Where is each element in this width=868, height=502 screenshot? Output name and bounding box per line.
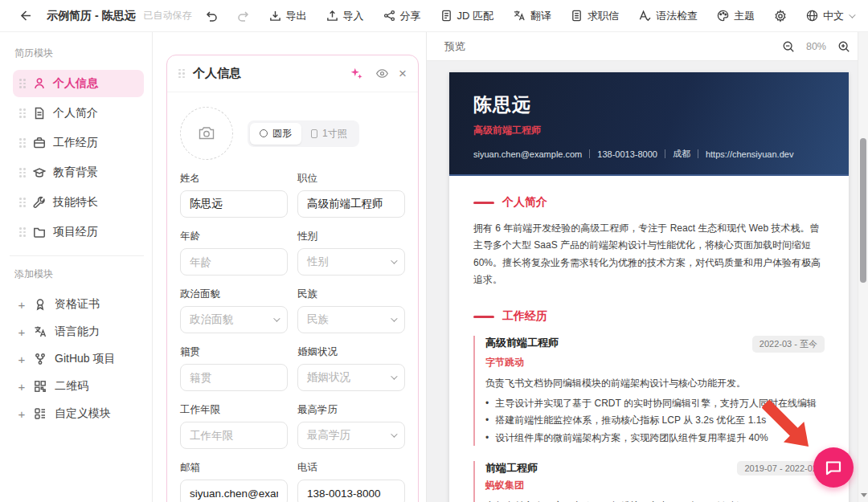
add-module-custom[interactable]: + 自定义模块 (13, 400, 144, 427)
job-company: 蚂蚁集团 (485, 479, 825, 492)
chevron-down-icon (391, 257, 397, 263)
field-label-hometown: 籍贯 (180, 345, 288, 359)
resume-contacts: siyuan.chen@example.com 138-0013-8000 成都… (473, 148, 825, 160)
plus-icon: + (18, 353, 26, 366)
work-section-header: 工作经历 (473, 309, 825, 324)
political-status-select[interactable]: 政治面貌 (180, 306, 288, 333)
wrench-icon (33, 196, 46, 209)
gender-select[interactable]: 性别 (297, 248, 405, 275)
field-label-political: 政治面貌 (180, 288, 288, 301)
import-button[interactable]: 导入 (326, 9, 364, 23)
avatar-shape-toggle: 圆形 1寸照 (248, 120, 359, 147)
preview-canvas: 陈思远 高级前端工程师 siyuan.chen@example.com 138-… (427, 61, 868, 502)
summary-section-header: 个人简介 (473, 195, 825, 210)
add-module-github[interactable]: + GitHub 项目 (13, 345, 144, 373)
redo-button[interactable] (237, 10, 250, 22)
sidebar-item-work-experience[interactable]: 工作经历 (13, 129, 144, 157)
sidebar-item-summary[interactable]: 个人简介 (13, 100, 144, 127)
name-input[interactable] (180, 190, 288, 218)
cover-letter-button[interactable]: 求职信 (571, 9, 619, 23)
shape-id-photo-option[interactable]: 1寸照 (301, 123, 357, 145)
sidebar-item-skills[interactable]: 技能特长 (13, 189, 144, 216)
graduation-cap-icon (33, 166, 46, 179)
hometown-input[interactable] (180, 364, 288, 391)
theme-button[interactable]: 主题 (717, 9, 755, 23)
sidebar: 简历模块 个人信息 个人简介 工作经历 教育背景 技能特长 (0, 32, 153, 502)
drag-handle[interactable] (19, 79, 26, 88)
circle-shape-icon (260, 129, 268, 137)
field-label-name: 姓名 (180, 172, 288, 186)
export-button[interactable]: 导出 (269, 9, 307, 23)
education-select[interactable]: 最高学历 (297, 422, 405, 449)
email-input[interactable] (180, 480, 288, 502)
sidebar-item-education[interactable]: 教育背景 (13, 159, 144, 186)
editor-panel: 个人信息 × 圆形 (153, 32, 427, 502)
share-icon (383, 10, 395, 22)
zoom-in-button[interactable] (837, 40, 850, 53)
drag-handle[interactable] (19, 227, 26, 237)
letter-document-icon (571, 10, 583, 22)
gear-icon (774, 10, 787, 22)
chevron-down-icon (849, 11, 855, 18)
jd-document-icon (440, 10, 452, 22)
chevron-down-icon (391, 431, 397, 437)
translate-icon (513, 10, 526, 22)
zoom-out-button[interactable] (782, 40, 795, 53)
job-entry: 前端工程师 2019-07 - 2022-02 蚂蚁集团 参与支付宝小程序平台的… (473, 461, 825, 502)
translate-icon (34, 325, 47, 338)
plus-icon: + (18, 407, 26, 421)
sidebar-item-projects[interactable]: 项目经历 (13, 218, 144, 246)
field-label-position: 职位 (297, 172, 405, 186)
close-card-button[interactable]: × (399, 67, 407, 80)
ethnicity-select[interactable]: 民族 (297, 306, 405, 333)
language-switcher[interactable]: 中文 (806, 9, 854, 23)
grammar-check-button[interactable]: 语法检查 (638, 9, 698, 23)
field-label-age: 年龄 (180, 230, 288, 243)
folder-icon (33, 226, 46, 239)
job-date-badge: 2022-03 - 至今 (752, 336, 825, 353)
drag-handle[interactable] (19, 138, 26, 148)
scrollbar-down-arrow[interactable] (861, 493, 867, 497)
person-icon (33, 77, 46, 90)
share-button[interactable]: 分享 (383, 9, 421, 23)
age-input[interactable] (180, 248, 288, 275)
drag-handle[interactable] (19, 108, 26, 118)
add-module-language[interactable]: + 语言能力 (13, 318, 144, 345)
drag-handle[interactable] (19, 168, 26, 178)
add-module-certificate[interactable]: + 资格证书 (13, 291, 144, 318)
back-button[interactable] (13, 5, 35, 27)
scrollbar-thumb[interactable] (860, 138, 866, 283)
visibility-toggle[interactable] (373, 65, 391, 83)
marital-status-select[interactable]: 婚姻状况 (297, 364, 405, 391)
phone-input[interactable] (297, 480, 405, 502)
briefcase-icon (33, 137, 46, 149)
position-input[interactable] (297, 190, 405, 218)
qrcode-icon (34, 380, 47, 393)
window-scrollbar[interactable] (858, 32, 868, 502)
translate-button[interactable]: 翻译 (513, 9, 551, 23)
avatar-upload[interactable] (180, 107, 233, 160)
redo-icon (237, 10, 250, 22)
shape-circle-option[interactable]: 圆形 (250, 123, 301, 145)
drag-handle[interactable] (19, 198, 26, 207)
field-label-ethnicity: 民族 (297, 288, 405, 301)
jd-match-button[interactable]: JD 匹配 (440, 9, 494, 23)
resume-job-title: 高级前端工程师 (473, 124, 825, 137)
settings-button[interactable] (774, 10, 787, 22)
job-title: 前端工程师 (485, 461, 737, 475)
rect-shape-icon (311, 129, 317, 138)
card-drag-handle[interactable] (178, 69, 185, 79)
job-date-badge: 2019-07 - 2022-02 (737, 461, 825, 475)
add-module-qrcode[interactable]: + 二维码 (13, 373, 144, 400)
ai-assist-button[interactable] (347, 65, 365, 83)
document-icon (33, 107, 46, 120)
sidebar-item-personal-info[interactable]: 个人信息 (13, 70, 144, 97)
zoom-level: 80% (806, 41, 826, 52)
undo-button[interactable] (205, 10, 218, 22)
field-label-gender: 性别 (297, 230, 405, 243)
experience-years-input[interactable] (180, 422, 288, 449)
chat-fab-button[interactable] (813, 447, 854, 488)
section-dash (473, 202, 494, 204)
plus-icon: + (18, 325, 26, 339)
resume-name: 陈思远 (473, 92, 825, 117)
